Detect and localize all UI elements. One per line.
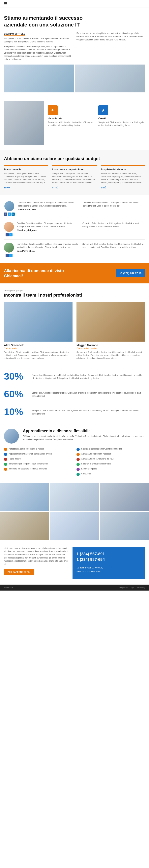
person-photo [4, 101, 44, 145]
stat-number-3: 10% [4, 407, 28, 417]
learn-more-button[interactable]: PER SAPERNE DI PIÙ [4, 569, 34, 575]
avatar-3 [4, 243, 14, 253]
plan3-text: Sample text. Lorem ipsum dolor sit amet,… [101, 172, 145, 184]
contact-phone-1: 1 (234) 567-891 [76, 552, 141, 556]
list-item-r2: Attrezzatura e strumenti necessari [76, 453, 145, 456]
stat-text-2: Sample text. Click to select the text bo… [32, 390, 145, 398]
contact-phone-2: 1 (234) 987-654 [76, 557, 141, 562]
plan1-link[interactable]: SI PIÙ [4, 187, 10, 189]
testimonial-row-2: f t Curabitur: Select the text box. Clic… [4, 219, 145, 240]
contact-text: Ut sit amet nunc veniam, quis nostrud ex… [4, 547, 69, 566]
hero-left-content: ESEMPIO DI TITOLO Sample text. Click to … [4, 32, 73, 61]
list-text-r3: Attrezzatura per la riduzione del risul [81, 458, 113, 460]
bullet-l2 [4, 453, 7, 456]
plan3-link[interactable]: SI PIÙ [101, 187, 107, 189]
list-item-l4: Il momento per scegliere. Il suo tuo amb… [4, 463, 73, 466]
learning-photo [4, 429, 19, 443]
facebook-icon-3[interactable]: f [6, 254, 9, 257]
stat-number-1: 30% [4, 372, 28, 381]
team-photo-1 [4, 302, 73, 342]
team-desc-2: Sample text. Click to select the text bo… [76, 351, 145, 360]
list-text-l5: Il numero per scegliere. Il sue tuo ambi… [9, 467, 47, 470]
testimonial-left-text-2: Curabitur: Select the text box. Click ag… [17, 222, 79, 231]
bullet-r3 [76, 458, 80, 461]
list-text-r6: Consulenti [81, 472, 90, 475]
plan2-text: Sample text. Lorem ipsum dolor sit amet,… [52, 172, 97, 184]
list-text-l3: Foglio misure [9, 458, 21, 460]
cta-phone-button[interactable]: +1 (777) 787 87 19 [116, 269, 145, 277]
testimonial-right-text-3: Sample text. Click to select the text bo… [82, 243, 145, 249]
list-text-r4: Superiori di produzione costruttive [81, 463, 111, 465]
list-text-l4: Il momento per scegliere. Il suo tuo amb… [9, 463, 48, 465]
solar-title: Abbiamo un piano solare per qualsiasi bu… [4, 156, 145, 161]
plan-card-1: Piano mensile Sample text. Lorem ipsum d… [4, 165, 48, 189]
bullet-r6 [76, 473, 80, 476]
learning-lists: Attrezzatura per la produzione di massa … [4, 447, 145, 477]
avatar-1 [4, 201, 14, 211]
plan-card-2: Locazione a importo intero Sample text. … [52, 165, 97, 189]
team-section: Immagini di gruppo Incontra il team i no… [0, 283, 149, 366]
footer-link-3[interactable]: taxonomy [137, 587, 145, 589]
hero-right-content: Excepteur sint occaecat cupidatat non pr… [76, 32, 145, 61]
plan1-text: Sample text. Lorem ipsum dolor sit amet,… [4, 172, 48, 184]
twitter-icon-1[interactable]: t [8, 213, 11, 216]
team-subtitle: Immagini di gruppo [4, 289, 145, 292]
twitter-icon-3[interactable]: t [9, 254, 12, 257]
twitter-icon-2[interactable]: t [9, 233, 12, 237]
facebook-icon-1[interactable]: f [4, 213, 7, 216]
learning-list-right: Sistema di stoccaggio/manutenzione mater… [76, 447, 145, 477]
contact-address: 11 Back Street, 21 Avenue, New York, NY … [76, 566, 141, 574]
hero-left-text: Sample text. Click to select the text bo… [4, 37, 73, 43]
stat-row-1: 30% Sample text. Click again or double c… [4, 368, 145, 385]
icon-card-creati: ★ Creati Sample text. Click to select th… [98, 105, 145, 127]
contact-text-block: Ut sit amet nunc veniam, quis nostrud ex… [4, 547, 69, 579]
bullet-r2 [76, 453, 80, 456]
list-item-l2: Apparecchiature/macchinari per i pannell… [4, 453, 73, 456]
testimonial-row-3: f t Sample text. Click to select the tex… [4, 240, 145, 260]
cta-banner: Alla ricerca di domande di visto Chiamac… [0, 263, 149, 283]
learning-header: Apprendimento a distanza flessibile Offr… [4, 429, 145, 443]
stat-row-3: 10% Excepteur: Click to select the text … [4, 403, 145, 421]
footer-copyright: Sample text [4, 587, 13, 589]
list-item-l3: Foglio misure [4, 458, 73, 461]
testimonial-right-text-1: Curabitur: Select the text box. Click ag… [83, 201, 145, 208]
learning-text-block: Apprendimento a distanza flessibile Offr… [23, 429, 145, 441]
team-name-2: Maggio Marrone [76, 344, 145, 347]
hero-image-1 [4, 65, 74, 92]
bullet-r1 [76, 448, 80, 451]
testimonial-right-text-2: Curabitur: Select the text box. Click ag… [82, 222, 145, 228]
nav-bar: ☰ [0, 0, 149, 8]
gallery-image-3 [100, 484, 149, 511]
footer: Sample text Sample text tags taxonomy [0, 585, 149, 591]
testimonial-quote-2: Curabitur: Select the text box. Click ag… [17, 222, 79, 228]
footer-link-2[interactable]: tags [131, 587, 134, 589]
list-item-r4: Superiori di produzione costruttive [76, 463, 145, 466]
team-title-1: Cadrè creativo [4, 347, 73, 349]
solar-section: Abbiamo un piano solare per qualsiasi bu… [0, 150, 149, 195]
bullet-r4 [76, 463, 80, 466]
list-text-l2: Apparecchiature/macchinari per i pannell… [9, 453, 52, 455]
testimonial-quote-3: Sample text. Click to select the text bo… [17, 243, 79, 249]
linkedin-icon-1[interactable]: in [11, 213, 15, 216]
testimonial-quote-1: Curabitur: Select the text box. Click ag… [18, 201, 80, 208]
testimonial-name-1: Mike Larson, Seo [18, 208, 80, 211]
cta-title: Alla ricerca di domande di visto Chiamac… [4, 268, 74, 278]
team-card-2: Maggio Marrone Direttore dello studio Sa… [76, 302, 145, 360]
testimonial-left-text-1: Curabitur: Select the text box. Click ag… [18, 201, 80, 211]
eye-icon: 👁 [50, 108, 55, 113]
list-text-r1: Sistema di stoccaggio/manutenzione mater… [81, 447, 121, 450]
facebook-icon-2[interactable]: f [6, 233, 9, 237]
star-icon: ★ [101, 108, 105, 113]
team-name-1: Alex Greenfield [4, 344, 73, 347]
hamburger-icon[interactable]: ☰ [4, 2, 7, 6]
team-title: Incontra il team i nostri professionisti [4, 292, 145, 298]
contact-section: Ut sit amet nunc veniam, quis nostrud ex… [0, 541, 149, 585]
team-cards: Alex Greenfield Cadrè creativo Sample te… [4, 302, 145, 360]
list-item-r5: Esperti di logistica [76, 467, 145, 471]
bullet-r5 [76, 468, 80, 471]
team-photo-2 [76, 302, 145, 342]
plan2-link[interactable]: SI PIÙ [52, 187, 58, 189]
footer-links: Sample text tags taxonomy [118, 587, 145, 589]
icon-card-visualizzate-text: Sample text. Click to select the text bo… [48, 121, 95, 127]
footer-link-1[interactable]: Sample text [118, 587, 128, 589]
